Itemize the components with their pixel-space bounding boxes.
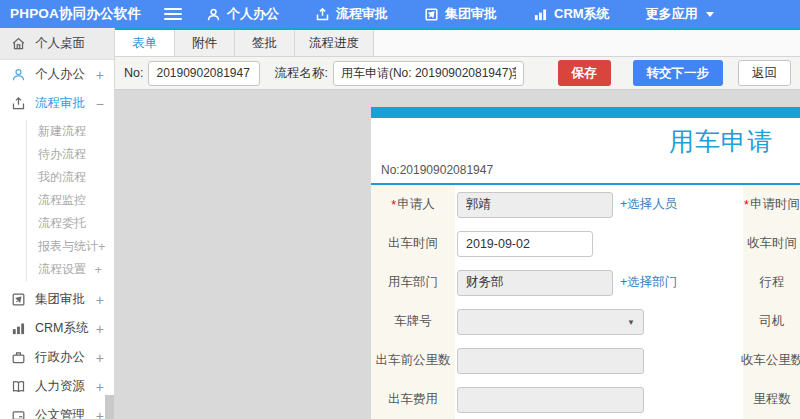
form-header-bar [371, 107, 800, 118]
form-row-department: 用车部门 +选择部门 行程 [371, 263, 800, 302]
submenu-label: 待办流程 [38, 146, 86, 163]
vehicle-request-form: 用车申请 No:20190902081947 * 申请人 +选择人员 * [371, 107, 800, 419]
sidebar-item-label: 流程审批 [35, 95, 85, 112]
sidebar-item-workflow-approval[interactable]: 流程审批 − [0, 89, 114, 118]
top-navigation: 个人办公 流程审批 集团审批 CRM系统 更多应用 [206, 5, 750, 23]
form-title: 用车申请 [371, 126, 800, 156]
workflow-name-label: 流程名称: [274, 65, 327, 82]
chart-icon [533, 7, 548, 22]
hamburger-icon[interactable] [164, 5, 182, 23]
tab-form[interactable]: 表单 [115, 30, 175, 56]
expand-icon[interactable]: + [96, 409, 104, 419]
collapse-icon[interactable]: − [96, 97, 104, 111]
tab-label: 流程进度 [309, 35, 359, 52]
sidebar-item-documents[interactable]: 公文管理 + [0, 401, 114, 419]
user-icon [11, 67, 26, 82]
submenu-item-workflow-settings[interactable]: 流程设置 + [27, 258, 114, 281]
sidebar: 个人桌面 个人办公 + 流程审批 − 新建流程 待办流程 我的流程 [0, 28, 115, 419]
topnav-label: 更多应用 [646, 5, 698, 23]
topnav-more-apps[interactable]: 更多应用 [646, 5, 714, 23]
submenu-label: 我的流程 [38, 169, 86, 186]
topnav-label: CRM系统 [554, 5, 610, 23]
departure-time-input[interactable] [457, 231, 593, 257]
topnav-label: 流程审批 [336, 5, 388, 23]
km-before-input[interactable] [457, 348, 644, 374]
apply-time-label: * 申请时间 [743, 185, 800, 224]
submenu-label: 报表与统计 [38, 238, 98, 255]
sidebar-item-label: 集团审批 [35, 291, 85, 308]
document-icon [11, 408, 26, 419]
applicant-input[interactable] [457, 192, 613, 218]
tab-workflow-progress[interactable]: 流程进度 [295, 30, 374, 56]
sidebar-item-label: CRM系统 [35, 320, 88, 337]
topnav-personal-office[interactable]: 个人办公 [206, 5, 279, 23]
edit-icon [424, 7, 439, 22]
workflow-name-input[interactable] [333, 61, 524, 86]
book-icon [11, 379, 26, 394]
return-time-label: 收车时间 [743, 224, 800, 263]
expand-icon[interactable]: + [96, 351, 104, 365]
trip-cost-input[interactable] [457, 387, 644, 413]
upload-icon [315, 7, 330, 22]
submenu-label: 流程委托 [38, 215, 86, 232]
trip-cost-label: 出车费用 [371, 380, 455, 419]
chart-icon [11, 321, 26, 336]
km-return-label: 收车公里数 [743, 341, 800, 380]
expand-icon[interactable]: + [96, 293, 104, 307]
expand-icon[interactable]: + [96, 68, 104, 82]
tab-attachments[interactable]: 附件 [175, 30, 235, 56]
sidebar-item-crm[interactable]: CRM系统 + [0, 314, 114, 343]
select-person-link[interactable]: +选择人员 [620, 196, 677, 213]
departure-time-label: 出车时间 [371, 224, 455, 263]
topnav-crm[interactable]: CRM系统 [533, 5, 610, 23]
submenu-item-workflow-delegate[interactable]: 流程委托 [27, 212, 114, 235]
sidebar-scrollbar-thumb[interactable] [105, 395, 114, 419]
sidebar-item-personal-office[interactable]: 个人办公 + [0, 60, 114, 89]
sidebar-item-label: 个人桌面 [35, 35, 85, 52]
required-mark: * [744, 198, 749, 212]
workflow-no-input[interactable] [148, 61, 260, 86]
tab-signoff[interactable]: 签批 [235, 30, 295, 56]
department-input[interactable] [457, 270, 613, 296]
topnav-group-approval[interactable]: 集团审批 [424, 5, 497, 23]
submenu-item-my-workflow[interactable]: 我的流程 [27, 166, 114, 189]
expand-icon[interactable]: + [96, 322, 104, 336]
itinerary-label: 行程 [743, 263, 800, 302]
topnav-label: 集团审批 [445, 5, 497, 23]
sidebar-item-label: 行政办公 [35, 349, 85, 366]
sidebar-item-group-approval[interactable]: 集团审批 + [0, 285, 114, 314]
expand-icon[interactable]: + [96, 380, 104, 394]
no-label: No: [124, 66, 143, 80]
tab-label: 签批 [252, 35, 277, 52]
select-department-link[interactable]: +选择部门 [620, 274, 677, 291]
sidebar-item-label: 个人办公 [35, 66, 85, 83]
briefcase-icon [11, 350, 26, 365]
tab-strip: 表单 附件 签批 流程进度 [115, 28, 800, 57]
sidebar-item-hr[interactable]: 人力资源 + [0, 372, 114, 401]
form-row-plate-number: 车牌号 ▼ 司机 [371, 302, 800, 341]
submenu-item-pending-workflow[interactable]: 待办流程 [27, 143, 114, 166]
department-label: 用车部门 [371, 263, 455, 302]
expand-icon[interactable]: + [94, 262, 102, 277]
applicant-label: * 申请人 [371, 185, 455, 224]
expand-icon[interactable]: + [98, 239, 106, 254]
workflow-submenu: 新建流程 待办流程 我的流程 流程监控 流程委托 报表与统计 + 流程设置 + [26, 120, 114, 281]
topnav-workflow-approval[interactable]: 流程审批 [315, 5, 388, 23]
required-mark: * [391, 198, 396, 212]
sidebar-item-label: 人力资源 [35, 378, 85, 395]
submenu-label: 新建流程 [38, 123, 86, 140]
submenu-item-new-workflow[interactable]: 新建流程 [27, 120, 114, 143]
submenu-item-workflow-monitor[interactable]: 流程监控 [27, 189, 114, 212]
sidebar-item-admin-office[interactable]: 行政办公 + [0, 343, 114, 372]
save-button[interactable]: 保存 [558, 60, 611, 86]
app-body: 个人桌面 个人办公 + 流程审批 − 新建流程 待办流程 我的流程 [0, 28, 800, 419]
plate-number-select[interactable]: ▼ [457, 309, 644, 335]
sidebar-item-desktop[interactable]: 个人桌面 [0, 28, 114, 60]
form-row-km-before: 出车前公里数 收车公里数 [371, 341, 800, 380]
forward-next-step-button[interactable]: 转交下一步 [633, 60, 724, 86]
submenu-item-reports-stats[interactable]: 报表与统计 + [27, 235, 114, 258]
back-button[interactable]: 返回 [738, 60, 791, 86]
driver-label: 司机 [743, 302, 800, 341]
mileage-label: 里程数 [743, 380, 800, 419]
upload-icon [11, 96, 26, 111]
